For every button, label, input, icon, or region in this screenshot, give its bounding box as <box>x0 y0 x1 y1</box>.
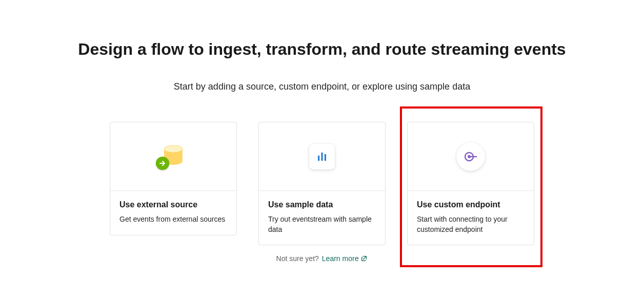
icon-area-sample <box>259 122 385 191</box>
card-desc-external: Get events from external sources <box>119 214 227 225</box>
onboarding-container: Design a flow to ingest, transform, and … <box>0 0 644 263</box>
cards-row: Use external source Get events from exte… <box>110 122 534 263</box>
icon-area-custom <box>408 122 534 191</box>
card-wrapper-custom: Use custom endpoint Start with connectin… <box>407 122 534 245</box>
svg-point-1 <box>164 145 183 153</box>
card-title-external: Use external source <box>119 200 227 209</box>
svg-rect-3 <box>321 153 323 161</box>
card-external-source[interactable]: Use external source Get events from exte… <box>110 122 237 235</box>
card-body-custom: Use custom endpoint Start with connectin… <box>408 191 534 245</box>
card-wrapper-sample: Use sample data Try out eventstream with… <box>258 122 386 263</box>
page-subtitle: Start by adding a source, custom endpoin… <box>174 81 470 92</box>
page-title: Design a flow to ingest, transform, and … <box>78 40 566 59</box>
icon-area-external <box>110 122 236 191</box>
arrow-right-icon <box>156 157 169 170</box>
card-title-sample: Use sample data <box>268 200 376 209</box>
card-desc-custom: Start with connecting to your customized… <box>417 214 525 234</box>
card-custom-endpoint[interactable]: Use custom endpoint Start with connectin… <box>407 122 534 245</box>
external-link-icon <box>360 255 368 262</box>
svg-rect-2 <box>318 156 319 161</box>
learn-more-label: Learn more <box>322 254 359 263</box>
card-sample-data[interactable]: Use sample data Try out eventstream with… <box>258 122 386 245</box>
card-title-custom: Use custom endpoint <box>417 200 525 209</box>
card-wrapper-external: Use external source Get events from exte… <box>110 122 237 235</box>
svg-rect-4 <box>325 154 326 161</box>
learn-more-link[interactable]: Learn more <box>322 254 368 263</box>
endpoint-icon <box>456 142 485 171</box>
database-import-icon <box>159 142 188 171</box>
bar-chart-icon <box>309 144 335 169</box>
footer-link-row: Not sure yet? Learn more <box>258 254 386 263</box>
card-body-external: Use external source Get events from exte… <box>110 191 236 235</box>
card-body-sample: Use sample data Try out eventstream with… <box>259 191 385 245</box>
card-desc-sample: Try out eventstream with sample data <box>268 214 376 234</box>
not-sure-text: Not sure yet? <box>276 254 319 263</box>
